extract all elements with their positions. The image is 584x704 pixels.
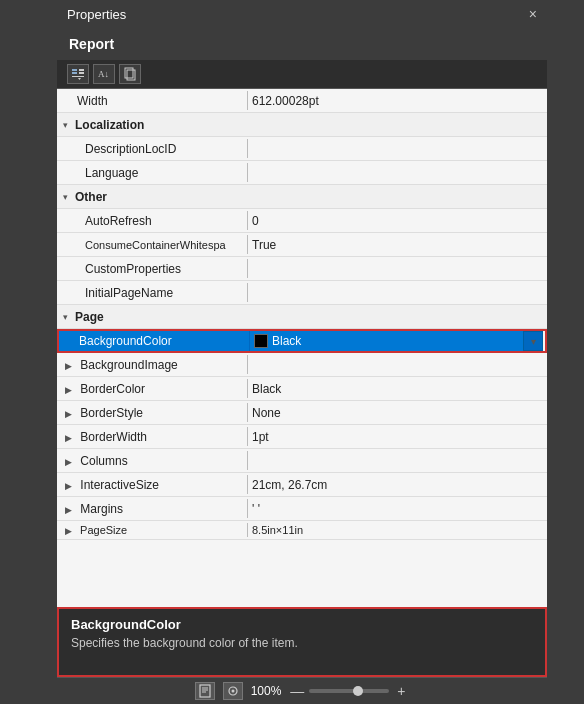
localization-label: Localization [73,114,146,136]
status-icon-1[interactable] [195,682,215,700]
page-toggle[interactable]: ▾ [57,312,73,322]
language-row[interactable]: Language [57,161,547,185]
alphabetical-button[interactable]: A↓ [93,64,115,84]
preview-icon [226,684,240,698]
zoom-slider[interactable] [309,689,389,693]
svg-rect-4 [72,76,84,77]
custom-properties-row[interactable]: CustomProperties [57,257,547,281]
svg-rect-2 [79,69,84,71]
initial-page-name-row[interactable]: InitialPageName [57,281,547,305]
background-image-value [248,362,547,368]
border-width-expand-icon: ▶ [65,433,77,443]
page-size-expand-icon: ▶ [65,526,77,536]
columns-value [248,458,547,464]
auto-refresh-value: 0 [248,211,547,231]
page-size-label: ▶ PageSize [57,521,247,539]
border-style-row[interactable]: ▶ BorderStyle None [57,401,547,425]
property-pages-button[interactable] [119,64,141,84]
window-title: Properties [67,7,126,22]
consume-container-whitespace-row[interactable]: ConsumeContainerWhitespa True [57,233,547,257]
background-color-value: Black [272,334,301,348]
border-color-label: ▶ BorderColor [57,379,247,399]
columns-row[interactable]: ▶ Columns [57,449,547,473]
border-width-row[interactable]: ▶ BorderWidth 1pt [57,425,547,449]
interactive-size-expand-icon: ▶ [65,481,77,491]
description-loc-id-label: DescriptionLocID [57,139,247,159]
border-color-expand-icon: ▶ [65,385,77,395]
zoom-minus-button[interactable]: — [289,683,305,699]
properties-toolbar: A↓ [57,60,547,89]
description-title: BackgroundColor [71,617,533,632]
svg-rect-9 [200,685,210,697]
pages-icon [123,67,137,81]
status-icon-2[interactable] [223,682,243,700]
svg-rect-1 [72,72,77,74]
auto-refresh-row[interactable]: AutoRefresh 0 [57,209,547,233]
auto-refresh-label: AutoRefresh [57,211,247,231]
consume-container-whitespace-label: ConsumeContainerWhitespa [57,236,247,254]
border-color-row[interactable]: ▶ BorderColor Black [57,377,547,401]
other-label: Other [73,186,109,208]
categorized-button[interactable] [67,64,89,84]
consume-container-whitespace-value: True [248,235,547,255]
border-style-label: ▶ BorderStyle [57,403,247,423]
svg-text:A↓: A↓ [98,69,109,79]
zoom-slider-thumb[interactable] [353,686,363,696]
interactive-size-value: 21cm, 26.7cm [248,475,547,495]
initial-page-name-value [248,290,547,296]
width-label: Width [57,91,247,111]
svg-rect-0 [72,69,77,71]
report-icon [198,684,212,698]
page-size-row[interactable]: ▶ PageSize 8.5in×11in [57,521,547,540]
columns-label: ▶ Columns [57,451,247,471]
margins-row[interactable]: ▶ Margins ' ' [57,497,547,521]
description-text: Specifies the background color of the it… [71,636,533,650]
background-color-label: BackgroundColor [79,334,172,348]
zoom-slider-container: — + [289,683,409,699]
margins-label: ▶ Margins [57,499,247,519]
description-loc-id-value [248,146,547,152]
initial-page-name-label: InitialPageName [57,283,247,303]
background-color-row-selected[interactable]: BackgroundColor Black ▾ [57,329,547,353]
properties-list: Width 612.00028pt ▾ Localization Descrip… [57,89,547,607]
border-width-value: 1pt [248,427,547,447]
width-value: 612.00028pt [248,91,547,111]
border-style-expand-icon: ▶ [65,409,77,419]
margins-value: ' ' [248,499,547,519]
background-image-row[interactable]: ▶ BackgroundImage [57,353,547,377]
border-color-value: Black [248,379,547,399]
interactive-size-label: ▶ InteractiveSize [57,475,247,495]
status-bar: 100% — + [57,677,547,704]
background-image-label: ▶ BackgroundImage [57,355,247,375]
localization-section[interactable]: ▾ Localization [57,113,547,137]
svg-marker-5 [78,78,81,80]
page-size-value: 8.5in×11in [248,521,547,539]
interactive-size-row[interactable]: ▶ InteractiveSize 21cm, 26.7cm [57,473,547,497]
panel-title: Report [69,36,114,52]
localization-toggle[interactable]: ▾ [57,120,73,130]
border-style-value: None [248,403,547,423]
other-section[interactable]: ▾ Other [57,185,547,209]
background-color-swatch [254,334,268,348]
svg-rect-3 [79,72,84,74]
description-loc-id-row[interactable]: DescriptionLocID [57,137,547,161]
panel-header: Report [57,28,547,60]
zoom-plus-button[interactable]: + [393,683,409,699]
description-panel: BackgroundColor Specifies the background… [57,607,547,677]
background-color-dropdown[interactable]: ▾ [523,331,543,351]
other-toggle[interactable]: ▾ [57,192,73,202]
alphabetical-icon: A↓ [97,67,111,81]
zoom-percentage: 100% [251,684,282,698]
page-label: Page [73,306,106,328]
custom-properties-label: CustomProperties [57,259,247,279]
border-width-label: ▶ BorderWidth [57,427,247,447]
width-property-row[interactable]: Width 612.00028pt [57,89,547,113]
categorized-icon [71,67,85,81]
svg-point-14 [231,690,234,693]
title-bar: Properties × [57,0,547,28]
columns-expand-icon: ▶ [65,457,77,467]
language-value [248,170,547,176]
language-label: Language [57,163,247,183]
close-button[interactable]: × [529,6,537,22]
page-section[interactable]: ▾ Page [57,305,547,329]
